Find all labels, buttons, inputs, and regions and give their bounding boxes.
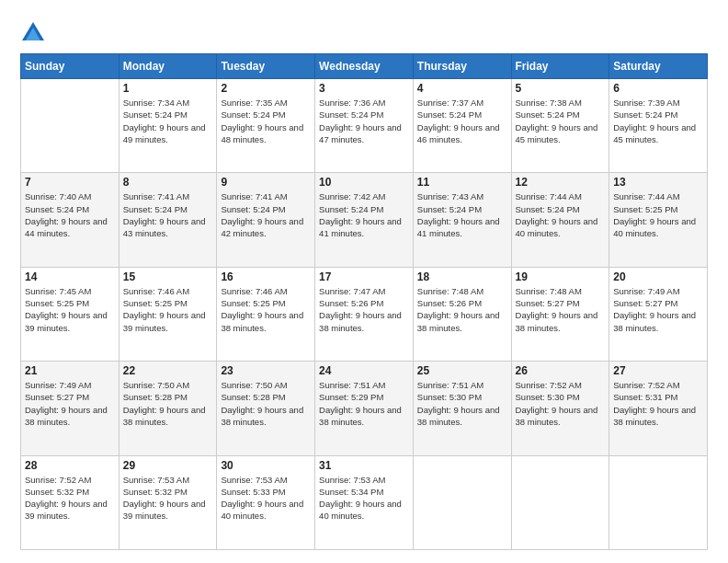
day-number: 17: [319, 270, 409, 283]
day-number: 25: [417, 364, 507, 377]
calendar-cell: 15Sunrise: 7:46 AMSunset: 5:25 PMDayligh…: [119, 267, 217, 361]
calendar-week-4: 21Sunrise: 7:49 AMSunset: 5:27 PMDayligh…: [21, 362, 708, 455]
cell-info: Sunrise: 7:41 AMSunset: 5:24 PMDaylight:…: [221, 190, 311, 239]
cell-info: Sunrise: 7:50 AMSunset: 5:28 PMDaylight:…: [221, 379, 311, 428]
calendar-cell: 22Sunrise: 7:50 AMSunset: 5:28 PMDayligh…: [119, 362, 217, 455]
calendar-cell: 19Sunrise: 7:48 AMSunset: 5:27 PMDayligh…: [511, 267, 609, 361]
header: [20, 17, 708, 46]
day-number: 20: [613, 270, 703, 283]
cell-info: Sunrise: 7:52 AMSunset: 5:32 PMDaylight:…: [25, 474, 115, 523]
day-number: 6: [613, 82, 703, 95]
calendar-cell: 6Sunrise: 7:39 AMSunset: 5:24 PMDaylight…: [609, 79, 708, 173]
calendar-header-saturday: Saturday: [609, 54, 708, 79]
cell-info: Sunrise: 7:36 AMSunset: 5:24 PMDaylight:…: [319, 97, 409, 145]
page: SundayMondayTuesdayWednesdayThursdayFrid…: [0, 0, 728, 563]
cell-info: Sunrise: 7:47 AMSunset: 5:26 PMDaylight:…: [319, 285, 409, 334]
cell-info: Sunrise: 7:39 AMSunset: 5:24 PMDaylight:…: [613, 97, 703, 145]
calendar-week-2: 7Sunrise: 7:40 AMSunset: 5:24 PMDaylight…: [21, 173, 708, 267]
day-number: 28: [25, 459, 115, 472]
calendar-header-thursday: Thursday: [413, 54, 511, 79]
calendar-header-sunday: Sunday: [21, 54, 119, 79]
calendar-week-5: 28Sunrise: 7:52 AMSunset: 5:32 PMDayligh…: [21, 455, 708, 549]
calendar-cell: [609, 455, 708, 549]
cell-info: Sunrise: 7:49 AMSunset: 5:27 PMDaylight:…: [613, 285, 703, 334]
calendar-header-row: SundayMondayTuesdayWednesdayThursdayFrid…: [21, 54, 708, 79]
day-number: 19: [516, 270, 606, 283]
day-number: 21: [25, 364, 115, 377]
day-number: 24: [319, 364, 409, 377]
day-number: 29: [123, 459, 213, 472]
calendar-week-3: 14Sunrise: 7:45 AMSunset: 5:25 PMDayligh…: [21, 267, 708, 361]
calendar-cell: 2Sunrise: 7:35 AMSunset: 5:24 PMDaylight…: [217, 79, 315, 173]
cell-info: Sunrise: 7:42 AMSunset: 5:24 PMDaylight:…: [319, 190, 409, 239]
calendar-cell: 29Sunrise: 7:53 AMSunset: 5:32 PMDayligh…: [119, 455, 217, 549]
cell-info: Sunrise: 7:52 AMSunset: 5:31 PMDaylight:…: [613, 379, 703, 428]
day-number: 16: [221, 270, 311, 283]
cell-info: Sunrise: 7:53 AMSunset: 5:32 PMDaylight:…: [123, 474, 213, 523]
cell-info: Sunrise: 7:44 AMSunset: 5:25 PMDaylight:…: [613, 190, 703, 239]
cell-info: Sunrise: 7:48 AMSunset: 5:27 PMDaylight:…: [516, 285, 606, 334]
calendar-cell: 4Sunrise: 7:37 AMSunset: 5:24 PMDaylight…: [413, 79, 511, 173]
day-number: 30: [221, 459, 311, 472]
calendar-cell: 18Sunrise: 7:48 AMSunset: 5:26 PMDayligh…: [413, 267, 511, 361]
day-number: 8: [123, 176, 213, 189]
calendar-cell: 13Sunrise: 7:44 AMSunset: 5:25 PMDayligh…: [609, 173, 708, 267]
day-number: 2: [221, 82, 311, 95]
calendar-cell: 24Sunrise: 7:51 AMSunset: 5:29 PMDayligh…: [315, 362, 414, 455]
calendar-cell: 5Sunrise: 7:38 AMSunset: 5:24 PMDaylight…: [511, 79, 609, 173]
logo-icon: [20, 20, 46, 46]
day-number: 18: [417, 270, 507, 283]
day-number: 13: [613, 176, 703, 189]
day-number: 23: [221, 364, 311, 377]
calendar-cell: [511, 455, 609, 549]
calendar-cell: 12Sunrise: 7:44 AMSunset: 5:24 PMDayligh…: [511, 173, 609, 267]
day-number: 1: [123, 82, 213, 95]
day-number: 5: [516, 82, 606, 95]
cell-info: Sunrise: 7:38 AMSunset: 5:24 PMDaylight:…: [516, 97, 606, 145]
calendar-header-monday: Monday: [119, 54, 217, 79]
calendar-cell: 27Sunrise: 7:52 AMSunset: 5:31 PMDayligh…: [609, 362, 708, 455]
calendar-cell: 9Sunrise: 7:41 AMSunset: 5:24 PMDaylight…: [217, 173, 315, 267]
day-number: 22: [123, 364, 213, 377]
calendar-cell: 16Sunrise: 7:46 AMSunset: 5:25 PMDayligh…: [217, 267, 315, 361]
cell-info: Sunrise: 7:48 AMSunset: 5:26 PMDaylight:…: [417, 285, 507, 334]
calendar-cell: 10Sunrise: 7:42 AMSunset: 5:24 PMDayligh…: [315, 173, 414, 267]
day-number: 11: [417, 176, 507, 189]
calendar-table: SundayMondayTuesdayWednesdayThursdayFrid…: [20, 53, 708, 550]
cell-info: Sunrise: 7:50 AMSunset: 5:28 PMDaylight:…: [123, 379, 213, 428]
cell-info: Sunrise: 7:49 AMSunset: 5:27 PMDaylight:…: [25, 379, 115, 428]
calendar-header-wednesday: Wednesday: [315, 54, 414, 79]
cell-info: Sunrise: 7:43 AMSunset: 5:24 PMDaylight:…: [417, 190, 507, 239]
cell-info: Sunrise: 7:41 AMSunset: 5:24 PMDaylight:…: [123, 190, 213, 239]
day-number: 3: [319, 82, 409, 95]
cell-info: Sunrise: 7:51 AMSunset: 5:29 PMDaylight:…: [319, 379, 409, 428]
calendar-cell: 25Sunrise: 7:51 AMSunset: 5:30 PMDayligh…: [413, 362, 511, 455]
cell-info: Sunrise: 7:37 AMSunset: 5:24 PMDaylight:…: [417, 97, 507, 145]
day-number: 31: [319, 459, 409, 472]
calendar-cell: 1Sunrise: 7:34 AMSunset: 5:24 PMDaylight…: [119, 79, 217, 173]
calendar-cell: 20Sunrise: 7:49 AMSunset: 5:27 PMDayligh…: [609, 267, 708, 361]
calendar-cell: [21, 79, 119, 173]
calendar-cell: 23Sunrise: 7:50 AMSunset: 5:28 PMDayligh…: [217, 362, 315, 455]
calendar-week-1: 1Sunrise: 7:34 AMSunset: 5:24 PMDaylight…: [21, 79, 708, 173]
calendar-cell: 21Sunrise: 7:49 AMSunset: 5:27 PMDayligh…: [21, 362, 119, 455]
cell-info: Sunrise: 7:52 AMSunset: 5:30 PMDaylight:…: [516, 379, 606, 428]
calendar-cell: 14Sunrise: 7:45 AMSunset: 5:25 PMDayligh…: [21, 267, 119, 361]
calendar-cell: 30Sunrise: 7:53 AMSunset: 5:33 PMDayligh…: [217, 455, 315, 549]
day-number: 27: [613, 364, 703, 377]
day-number: 7: [25, 176, 115, 189]
cell-info: Sunrise: 7:53 AMSunset: 5:34 PMDaylight:…: [319, 474, 409, 523]
calendar-cell: 7Sunrise: 7:40 AMSunset: 5:24 PMDaylight…: [21, 173, 119, 267]
day-number: 4: [417, 82, 507, 95]
calendar-cell: 28Sunrise: 7:52 AMSunset: 5:32 PMDayligh…: [21, 455, 119, 549]
logo: [20, 20, 50, 46]
cell-info: Sunrise: 7:40 AMSunset: 5:24 PMDaylight:…: [25, 190, 115, 239]
cell-info: Sunrise: 7:34 AMSunset: 5:24 PMDaylight:…: [123, 97, 213, 145]
cell-info: Sunrise: 7:46 AMSunset: 5:25 PMDaylight:…: [221, 285, 311, 334]
day-number: 9: [221, 176, 311, 189]
calendar-cell: 11Sunrise: 7:43 AMSunset: 5:24 PMDayligh…: [413, 173, 511, 267]
cell-info: Sunrise: 7:51 AMSunset: 5:30 PMDaylight:…: [417, 379, 507, 428]
calendar-cell: [413, 455, 511, 549]
day-number: 14: [25, 270, 115, 283]
day-number: 12: [516, 176, 606, 189]
